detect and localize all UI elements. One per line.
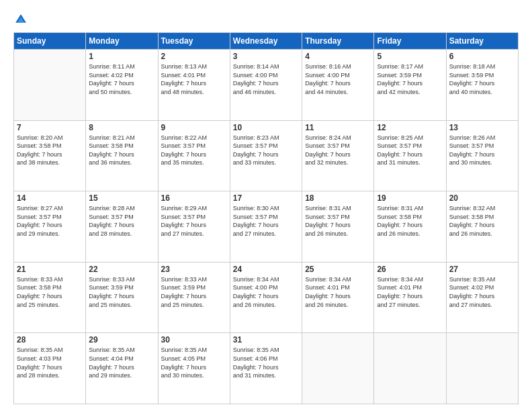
day-info: Sunrise: 8:31 AM Sunset: 3:58 PM Dayligh…: [377, 204, 443, 238]
day-number: 21: [17, 265, 83, 274]
day-number: 18: [305, 193, 371, 203]
day-info: Sunrise: 8:34 AM Sunset: 4:00 PM Dayligh…: [233, 275, 299, 309]
header: [13, 12, 519, 27]
week-row-2: 14Sunrise: 8:27 AM Sunset: 3:57 PM Dayli…: [14, 191, 519, 263]
day-number: 16: [161, 193, 227, 203]
day-cell: 30Sunrise: 8:35 AM Sunset: 4:05 PM Dayli…: [158, 333, 230, 404]
calendar-header: SundayMondayTuesdayWednesdayThursdayFrid…: [14, 33, 519, 50]
day-number: 24: [233, 265, 299, 274]
day-cell: 29Sunrise: 8:35 AM Sunset: 4:04 PM Dayli…: [86, 333, 158, 404]
day-number: 27: [449, 265, 515, 274]
day-info: Sunrise: 8:31 AM Sunset: 3:57 PM Dayligh…: [305, 204, 371, 238]
day-cell: [374, 333, 446, 404]
day-info: Sunrise: 8:23 AM Sunset: 3:57 PM Dayligh…: [233, 134, 299, 167]
day-info: Sunrise: 8:35 AM Sunset: 4:03 PM Dayligh…: [17, 346, 83, 379]
calendar-body: 1Sunrise: 8:11 AM Sunset: 4:02 PM Daylig…: [14, 50, 519, 404]
day-number: 4: [305, 52, 371, 61]
day-cell: 12Sunrise: 8:25 AM Sunset: 3:57 PM Dayli…: [374, 120, 446, 191]
day-number: 17: [233, 193, 299, 203]
day-info: Sunrise: 8:28 AM Sunset: 3:57 PM Dayligh…: [89, 204, 154, 238]
day-cell: [446, 333, 518, 404]
day-number: 30: [161, 335, 227, 345]
day-number: 5: [377, 52, 443, 61]
day-number: 29: [89, 335, 154, 345]
day-cell: 20Sunrise: 8:32 AM Sunset: 3:58 PM Dayli…: [446, 191, 518, 263]
day-number: 23: [161, 265, 227, 274]
day-number: 10: [233, 123, 299, 132]
day-number: 13: [449, 123, 515, 132]
day-info: Sunrise: 8:11 AM Sunset: 4:02 PM Dayligh…: [89, 62, 154, 96]
week-row-4: 28Sunrise: 8:35 AM Sunset: 4:03 PM Dayli…: [14, 333, 519, 404]
day-cell: 23Sunrise: 8:33 AM Sunset: 3:59 PM Dayli…: [158, 262, 230, 333]
day-info: Sunrise: 8:35 AM Sunset: 4:02 PM Dayligh…: [449, 275, 515, 309]
day-info: Sunrise: 8:21 AM Sunset: 3:58 PM Dayligh…: [89, 134, 154, 167]
day-info: Sunrise: 8:33 AM Sunset: 3:59 PM Dayligh…: [161, 275, 227, 309]
day-info: Sunrise: 8:26 AM Sunset: 3:57 PM Dayligh…: [449, 134, 515, 167]
day-cell: 8Sunrise: 8:21 AM Sunset: 3:58 PM Daylig…: [86, 120, 158, 191]
day-number: 31: [233, 335, 299, 345]
day-cell: 11Sunrise: 8:24 AM Sunset: 3:57 PM Dayli…: [302, 120, 374, 191]
day-cell: 3Sunrise: 8:14 AM Sunset: 4:00 PM Daylig…: [230, 50, 302, 121]
logo: [13, 12, 30, 27]
day-number: 15: [89, 193, 154, 203]
day-info: Sunrise: 8:24 AM Sunset: 3:57 PM Dayligh…: [305, 134, 371, 167]
day-number: 28: [17, 335, 83, 345]
day-cell: 14Sunrise: 8:27 AM Sunset: 3:57 PM Dayli…: [14, 191, 86, 263]
day-number: 9: [161, 123, 227, 132]
day-info: Sunrise: 8:20 AM Sunset: 3:58 PM Dayligh…: [17, 134, 83, 167]
header-day-sunday: Sunday: [14, 33, 86, 50]
day-cell: [14, 50, 86, 121]
day-info: Sunrise: 8:33 AM Sunset: 3:59 PM Dayligh…: [89, 275, 154, 309]
day-cell: 27Sunrise: 8:35 AM Sunset: 4:02 PM Dayli…: [446, 262, 518, 333]
day-cell: 2Sunrise: 8:13 AM Sunset: 4:01 PM Daylig…: [158, 50, 230, 121]
day-info: Sunrise: 8:17 AM Sunset: 3:59 PM Dayligh…: [377, 62, 443, 96]
day-info: Sunrise: 8:34 AM Sunset: 4:01 PM Dayligh…: [305, 275, 371, 309]
day-number: 26: [377, 265, 443, 274]
day-cell: [302, 333, 374, 404]
day-info: Sunrise: 8:35 AM Sunset: 4:05 PM Dayligh…: [161, 346, 227, 379]
header-day-friday: Friday: [374, 33, 446, 50]
day-info: Sunrise: 8:35 AM Sunset: 4:06 PM Dayligh…: [233, 346, 299, 379]
day-cell: 21Sunrise: 8:33 AM Sunset: 3:58 PM Dayli…: [14, 262, 86, 333]
day-cell: 16Sunrise: 8:29 AM Sunset: 3:57 PM Dayli…: [158, 191, 230, 263]
day-info: Sunrise: 8:14 AM Sunset: 4:00 PM Dayligh…: [233, 62, 299, 96]
day-info: Sunrise: 8:32 AM Sunset: 3:58 PM Dayligh…: [449, 204, 515, 238]
week-row-1: 7Sunrise: 8:20 AM Sunset: 3:58 PM Daylig…: [14, 120, 519, 191]
day-cell: 10Sunrise: 8:23 AM Sunset: 3:57 PM Dayli…: [230, 120, 302, 191]
logo-icon: [13, 12, 28, 27]
week-row-3: 21Sunrise: 8:33 AM Sunset: 3:58 PM Dayli…: [14, 262, 519, 333]
day-cell: 24Sunrise: 8:34 AM Sunset: 4:00 PM Dayli…: [230, 262, 302, 333]
day-number: 3: [233, 52, 299, 61]
day-number: 11: [305, 123, 371, 132]
day-number: 25: [305, 265, 371, 274]
day-cell: 26Sunrise: 8:34 AM Sunset: 4:01 PM Dayli…: [374, 262, 446, 333]
day-info: Sunrise: 8:33 AM Sunset: 3:58 PM Dayligh…: [17, 275, 83, 309]
day-cell: 28Sunrise: 8:35 AM Sunset: 4:03 PM Dayli…: [14, 333, 86, 404]
day-number: 2: [161, 52, 227, 61]
day-info: Sunrise: 8:34 AM Sunset: 4:01 PM Dayligh…: [377, 275, 443, 309]
calendar-table: SundayMondayTuesdayWednesdayThursdayFrid…: [13, 32, 519, 404]
week-row-0: 1Sunrise: 8:11 AM Sunset: 4:02 PM Daylig…: [14, 50, 519, 121]
day-number: 19: [377, 193, 443, 203]
day-number: 14: [17, 193, 83, 203]
header-day-saturday: Saturday: [446, 33, 518, 50]
header-row: SundayMondayTuesdayWednesdayThursdayFrid…: [14, 33, 519, 50]
header-day-monday: Monday: [86, 33, 158, 50]
day-number: 20: [449, 193, 515, 203]
day-cell: 9Sunrise: 8:22 AM Sunset: 3:57 PM Daylig…: [158, 120, 230, 191]
day-info: Sunrise: 8:16 AM Sunset: 4:00 PM Dayligh…: [305, 62, 371, 96]
day-cell: 22Sunrise: 8:33 AM Sunset: 3:59 PM Dayli…: [86, 262, 158, 333]
day-number: 6: [449, 52, 515, 61]
day-info: Sunrise: 8:30 AM Sunset: 3:57 PM Dayligh…: [233, 204, 299, 238]
day-number: 12: [377, 123, 443, 132]
day-info: Sunrise: 8:25 AM Sunset: 3:57 PM Dayligh…: [377, 134, 443, 167]
header-day-wednesday: Wednesday: [230, 33, 302, 50]
day-cell: 7Sunrise: 8:20 AM Sunset: 3:58 PM Daylig…: [14, 120, 86, 191]
day-info: Sunrise: 8:13 AM Sunset: 4:01 PM Dayligh…: [161, 62, 227, 96]
day-cell: 25Sunrise: 8:34 AM Sunset: 4:01 PM Dayli…: [302, 262, 374, 333]
day-cell: 13Sunrise: 8:26 AM Sunset: 3:57 PM Dayli…: [446, 120, 518, 191]
day-info: Sunrise: 8:27 AM Sunset: 3:57 PM Dayligh…: [17, 204, 83, 238]
day-cell: 5Sunrise: 8:17 AM Sunset: 3:59 PM Daylig…: [374, 50, 446, 121]
day-cell: 1Sunrise: 8:11 AM Sunset: 4:02 PM Daylig…: [86, 50, 158, 121]
day-number: 7: [17, 123, 83, 132]
